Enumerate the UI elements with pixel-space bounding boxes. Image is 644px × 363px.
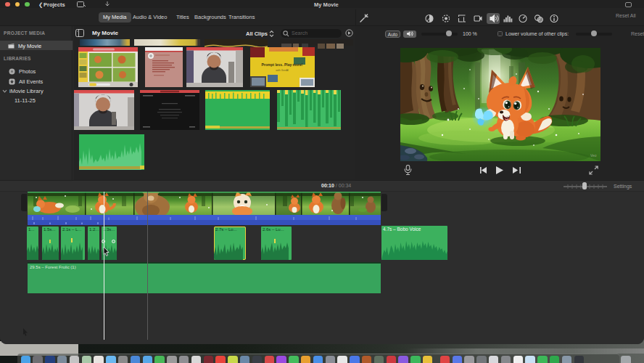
svg-text:Veo: Veo	[590, 153, 597, 158]
svg-text:with GenAI: with GenAI	[276, 69, 289, 72]
svg-text:Prompt less. Play more!: Prompt less. Play more!	[262, 62, 303, 67]
